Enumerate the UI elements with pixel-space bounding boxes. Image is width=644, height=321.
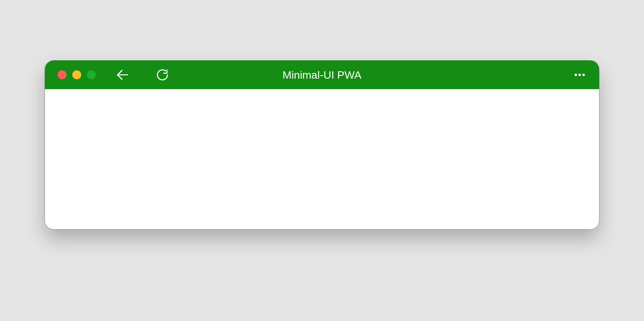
app-window: Minimal-UI PWA (45, 61, 599, 229)
titlebar: Minimal-UI PWA (45, 61, 599, 89)
more-horizontal-icon (573, 68, 586, 82)
svg-point-2 (578, 74, 581, 76)
more-menu-button[interactable] (573, 68, 586, 82)
back-button[interactable] (115, 67, 130, 82)
reload-icon (156, 68, 169, 82)
svg-point-1 (575, 74, 577, 76)
svg-point-3 (582, 74, 585, 76)
nav-controls (115, 67, 169, 82)
traffic-lights (58, 70, 96, 79)
reload-button[interactable] (156, 68, 169, 82)
arrow-left-icon (115, 67, 130, 82)
minimize-button[interactable] (72, 70, 81, 79)
window-title: Minimal-UI PWA (283, 69, 361, 81)
content-area (45, 89, 599, 229)
close-button[interactable] (58, 70, 67, 79)
maximize-button[interactable] (87, 70, 96, 79)
